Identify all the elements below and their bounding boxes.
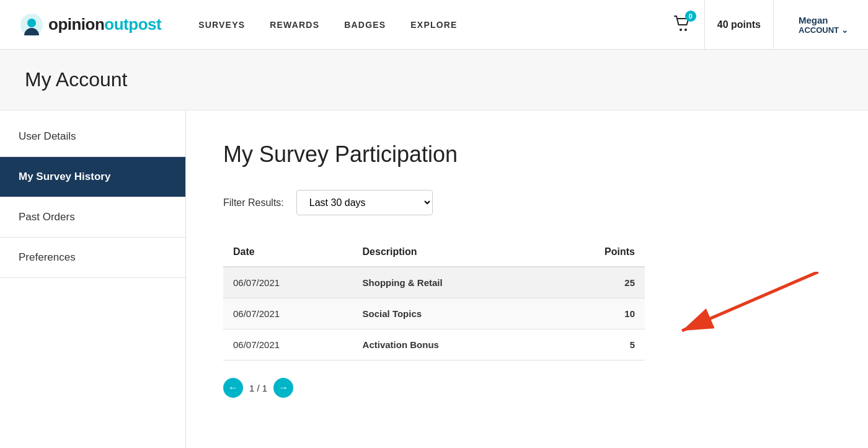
table-row: 06/07/2021 Social Topics 10: [223, 298, 645, 329]
filter-label: Filter Results:: [223, 197, 284, 208]
filter-row: Filter Results: Last 30 days Last 60 day…: [223, 190, 831, 215]
sidebar-item-my-survey-history[interactable]: My Survey History: [0, 157, 185, 197]
cart-badge: 0: [685, 11, 696, 22]
cell-date: 06/07/2021: [223, 267, 353, 298]
site-header: opinionoutpost SURVEYS REWARDS BADGES EX…: [0, 0, 868, 50]
svg-point-2: [680, 29, 682, 31]
svg-line-5: [682, 272, 818, 331]
col-date: Date: [223, 238, 353, 267]
table-row: 06/07/2021 Shopping & Retail 25: [223, 267, 645, 298]
svg-point-3: [684, 29, 687, 31]
chevron-down-icon: ⌄: [841, 25, 848, 35]
cell-description: Activation Bonus: [353, 329, 547, 361]
cell-description: Shopping & Retail: [353, 267, 547, 298]
logo-icon: [20, 13, 43, 37]
account-label: ACCOUNT ⌄: [799, 25, 848, 35]
sidebar-item-preferences[interactable]: Preferences: [0, 238, 185, 278]
sidebar-item-past-orders[interactable]: Past Orders: [0, 197, 185, 238]
cart-button[interactable]: 0: [672, 14, 692, 36]
account-username: Megan: [799, 15, 828, 25]
red-arrow-annotation: [645, 272, 818, 349]
nav-rewards[interactable]: REWARDS: [270, 20, 319, 30]
cell-points: 5: [547, 329, 645, 361]
filter-select[interactable]: Last 30 days Last 60 days Last 90 days A…: [296, 190, 433, 215]
nav-explore[interactable]: EXPLORE: [410, 20, 457, 30]
col-points: Points: [547, 238, 645, 267]
nav-badges[interactable]: BADGES: [344, 20, 386, 30]
cell-description: Social Topics: [353, 298, 547, 329]
cell-date: 06/07/2021: [223, 329, 353, 361]
svg-point-1: [27, 19, 36, 27]
cell-date: 06/07/2021: [223, 298, 353, 329]
content-wrapper: User Details My Survey History Past Orde…: [0, 110, 868, 448]
section-title: My Survey Participation: [223, 141, 831, 168]
main-content: My Survey Participation Filter Results: …: [186, 110, 868, 448]
cell-points: 25: [547, 267, 645, 298]
nav-surveys[interactable]: SURVEYS: [198, 20, 245, 30]
page-title-section: My Account: [0, 50, 868, 110]
pagination: ← 1 / 1 →: [223, 378, 831, 398]
points-display: 40 points: [704, 0, 774, 50]
participation-table: Date Description Points 06/07/2021 Shopp…: [223, 238, 645, 361]
main-nav: SURVEYS REWARDS BADGES EXPLORE: [198, 20, 672, 30]
col-description: Description: [353, 238, 547, 267]
cell-points: 10: [547, 298, 645, 329]
page-title: My Account: [25, 68, 843, 91]
sidebar-item-user-details[interactable]: User Details: [0, 117, 185, 157]
pagination-prev[interactable]: ←: [223, 378, 243, 398]
logo-opinion-text: opinion: [48, 15, 104, 34]
sidebar: User Details My Survey History Past Orde…: [0, 110, 186, 448]
logo-outpost-text: outpost: [104, 15, 161, 34]
logo[interactable]: opinionoutpost: [20, 13, 161, 37]
pagination-info: 1 / 1: [249, 383, 267, 393]
table-row: 06/07/2021 Activation Bonus 5: [223, 329, 645, 361]
pagination-next[interactable]: →: [273, 378, 293, 398]
header-right: 0 40 points Megan ACCOUNT ⌄: [672, 0, 848, 50]
account-menu[interactable]: Megan ACCOUNT ⌄: [786, 15, 848, 35]
table-header-row: Date Description Points: [223, 238, 645, 267]
